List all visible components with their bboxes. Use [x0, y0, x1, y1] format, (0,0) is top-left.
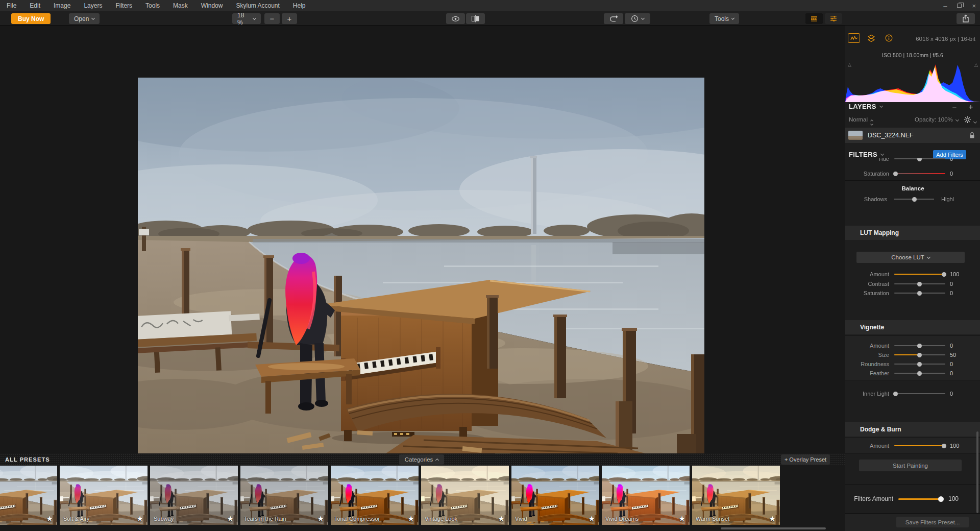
preset-tile[interactable]: Soft & Airy ★	[60, 466, 148, 525]
preset-tile[interactable]: Tears in the Rain ★	[240, 466, 328, 525]
open-button[interactable]: Open	[69, 13, 100, 24]
slider-knob[interactable]	[938, 496, 944, 502]
filters-panel-toggle[interactable]	[825, 13, 842, 24]
slider-knob[interactable]	[893, 392, 898, 396]
favorite-star-icon[interactable]: ★	[498, 514, 505, 523]
menu-mask[interactable]: Mask	[166, 0, 194, 11]
photo-viewport[interactable]	[138, 78, 704, 455]
favorite-star-icon[interactable]: ★	[679, 514, 685, 523]
menu-edit[interactable]: Edit	[23, 0, 47, 11]
layers-panel-button[interactable]	[865, 33, 877, 43]
save-filters-preset-button[interactable]: Save Filters Preset...	[896, 517, 969, 527]
zoom-in-button[interactable]: +	[282, 13, 297, 24]
lut-saturation-slider[interactable]	[894, 293, 945, 294]
menu-window[interactable]: Window	[194, 0, 230, 11]
blend-mode-select[interactable]: Normal	[849, 116, 873, 125]
favorite-star-icon[interactable]: ★	[46, 514, 53, 523]
editor-canvas[interactable]	[0, 26, 845, 453]
undo-button[interactable]	[604, 13, 623, 24]
preset-tile[interactable]: Tonal Compressor ★	[331, 466, 419, 525]
slider-knob[interactable]	[917, 353, 922, 357]
favorite-star-icon[interactable]: ★	[769, 514, 776, 523]
slider-knob[interactable]	[917, 282, 922, 286]
slider-knob[interactable]	[912, 197, 917, 202]
highlight-clipping-indicator[interactable]: △	[974, 62, 978, 67]
minimize-button[interactable]: –	[943, 2, 947, 10]
vignette-section-header[interactable]: Vignette	[845, 320, 980, 334]
info-button[interactable]	[883, 33, 895, 43]
layer-row[interactable]: DSC_3224.NEF	[845, 128, 980, 143]
favorite-star-icon[interactable]: ★	[317, 514, 324, 523]
favorite-star-icon[interactable]: ★	[137, 514, 143, 523]
add-layer-button[interactable]: +	[966, 103, 975, 112]
sidebar-scrollbar[interactable]	[976, 431, 978, 513]
overlay-preset-button[interactable]: + Overlay Preset	[781, 454, 830, 465]
dodge-burn-amount-slider[interactable]	[894, 445, 945, 446]
preset-tile[interactable]: Vintage Look ★	[421, 466, 509, 525]
preset-tile[interactable]: Vivid ★	[511, 466, 599, 525]
slider-knob[interactable]	[917, 371, 922, 376]
presets-panel-toggle[interactable]	[805, 13, 823, 24]
categories-label: Categories	[405, 456, 433, 463]
preset-tile[interactable]: Vivid Dreams ★	[602, 466, 690, 525]
slider-knob[interactable]	[917, 291, 922, 296]
zoom-level-button[interactable]: 18 %	[232, 13, 261, 24]
compare-button[interactable]	[466, 13, 485, 24]
slider-knob[interactable]	[917, 362, 922, 367]
preset-tile[interactable]: Warm Sunset ★	[692, 466, 780, 525]
filters-amount-slider[interactable]	[898, 498, 943, 500]
menu-filters[interactable]: Filters	[109, 0, 139, 11]
start-painting-button[interactable]: Start Painting	[859, 460, 962, 471]
tools-button[interactable]: Tools	[709, 13, 739, 24]
layers-panel-header[interactable]: LAYERS	[849, 103, 883, 110]
opacity-select[interactable]: Opacity: 100%	[915, 116, 959, 123]
vignette-feather-slider[interactable]	[894, 373, 945, 374]
chevron-down-icon	[253, 16, 256, 20]
slider-knob[interactable]	[917, 344, 922, 348]
layer-settings-button[interactable]	[964, 116, 976, 125]
favorite-star-icon[interactable]: ★	[589, 514, 595, 523]
hue-slider[interactable]	[894, 158, 945, 159]
lut-contrast-slider[interactable]	[894, 283, 945, 284]
preset-tile[interactable]: Portrait ★	[0, 466, 57, 525]
preset-tile[interactable]: Subway ★	[150, 466, 238, 525]
buy-now-button[interactable]: Buy Now	[11, 13, 51, 24]
lock-icon[interactable]	[969, 132, 975, 140]
categories-button[interactable]: Categories	[399, 454, 444, 465]
preview-toggle-button[interactable]	[446, 13, 465, 24]
favorite-star-icon[interactable]: ★	[408, 514, 414, 523]
saturation-slider[interactable]	[894, 173, 945, 174]
slider-knob[interactable]	[917, 158, 922, 161]
history-button[interactable]	[625, 13, 650, 24]
lut-amount-slider[interactable]	[894, 274, 945, 275]
choose-lut-button[interactable]: Choose LUT	[856, 252, 965, 263]
dodge-burn-section-header[interactable]: Dodge & Burn	[845, 422, 980, 437]
zoom-out-button[interactable]: −	[264, 13, 280, 24]
remove-layer-button[interactable]: −	[950, 103, 959, 112]
menu-layers[interactable]: Layers	[77, 0, 109, 11]
vignette-amount-slider[interactable]	[894, 345, 945, 346]
section-title: LUT Mapping	[860, 229, 899, 236]
slider-knob[interactable]	[942, 444, 946, 448]
menu-tools[interactable]: Tools	[139, 0, 166, 11]
favorite-star-icon[interactable]: ★	[227, 514, 234, 523]
menu-help[interactable]: Help	[286, 0, 312, 11]
balance-slider[interactable]	[894, 199, 934, 200]
lut-mapping-section-header[interactable]: LUT Mapping	[845, 226, 980, 240]
slider-knob[interactable]	[942, 272, 946, 277]
export-share-button[interactable]	[957, 13, 975, 24]
close-button[interactable]: ×	[972, 2, 976, 10]
vignette-roundness-slider[interactable]	[894, 364, 945, 365]
restore-button[interactable]	[957, 4, 962, 8]
slider-knob[interactable]	[893, 172, 898, 176]
histogram-toggle-button[interactable]	[848, 33, 860, 43]
preset-strip-scrollbar[interactable]	[721, 527, 826, 529]
menu-file[interactable]: File	[0, 0, 23, 11]
menu-image[interactable]: Image	[47, 0, 77, 11]
shadow-clipping-indicator[interactable]: △	[848, 62, 851, 67]
inner-light-slider[interactable]	[894, 393, 945, 394]
filters-panel-header[interactable]: FILTERS	[849, 151, 884, 158]
vignette-size-slider[interactable]	[894, 354, 945, 355]
menu-skylum-account[interactable]: Skylum Account	[229, 0, 286, 11]
histogram-panel[interactable]: △ △	[845, 58, 980, 103]
